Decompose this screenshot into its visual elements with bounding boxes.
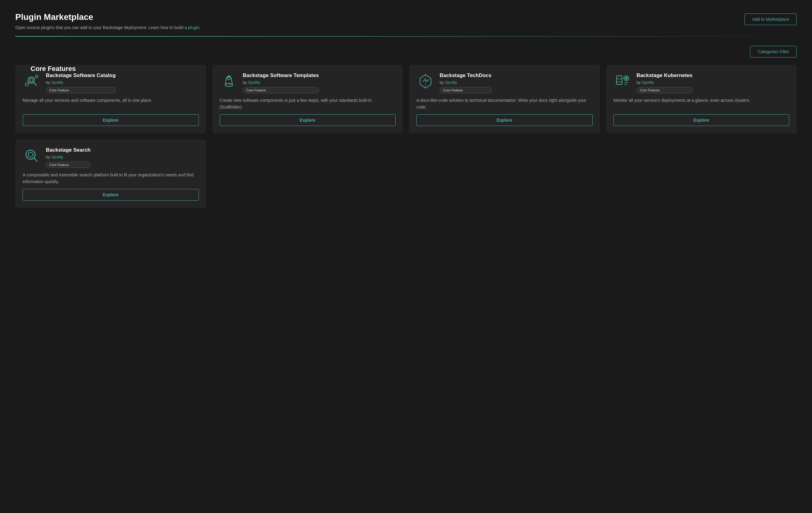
author-link[interactable]: Spotify <box>51 80 63 85</box>
card-header: Backstage TechDocs by Spotify Core Featu… <box>416 72 593 93</box>
card-name: Backstage Search <box>46 147 90 154</box>
core-feature-badge: Core Feature <box>46 87 116 93</box>
author-link[interactable]: Spotify <box>248 80 260 85</box>
card-header: Backstage Software Templates by Spotify … <box>220 72 396 93</box>
svg-point-1 <box>30 79 33 82</box>
card-description: Manage all your services and software co… <box>23 97 199 111</box>
card-description: A docs-like-code solution to technical d… <box>416 97 593 111</box>
card-techdocs: Backstage TechDocs by Spotify Core Featu… <box>409 65 600 133</box>
core-feature-badge: Core Feature <box>243 87 319 93</box>
core-feature-badge: Core Feature <box>637 87 693 93</box>
kubernetes-icon <box>613 72 632 90</box>
core-feature-badge: Core Feature <box>46 162 90 168</box>
card-info: Backstage Software Catalog by Spotify Co… <box>46 72 116 93</box>
subtitle-text: Open source plugins that you can add to … <box>15 25 187 30</box>
svg-rect-13 <box>616 76 622 84</box>
card-author: by Spotify <box>46 80 116 85</box>
header-divider <box>15 36 797 37</box>
page-subtitle: Open source plugins that you can add to … <box>15 25 201 30</box>
explore-button[interactable]: Explore <box>23 189 199 200</box>
header-left: Plugin Marketplace Open source plugins t… <box>15 12 201 30</box>
card-author: by Spotify <box>46 155 90 159</box>
card-author: by Spotify <box>637 80 693 85</box>
svg-line-25 <box>34 158 37 161</box>
section-title: Core Features <box>31 65 76 73</box>
card-description: A composable and extensible search platf… <box>23 171 199 185</box>
card-software-templates: Backstage Software Templates by Spotify … <box>212 65 403 133</box>
card-name: Backstage Software Templates <box>243 72 319 79</box>
plugin-link[interactable]: plugin <box>188 25 200 30</box>
author-link[interactable]: Spotify <box>445 80 457 85</box>
templates-icon <box>220 72 238 90</box>
section-filter-row: Categories Filter <box>15 46 797 57</box>
card-header: Backstage Search by Spotify Core Feature <box>23 147 199 168</box>
card-kubernetes: Backstage Kubernetes by Spotify Core Fea… <box>606 65 797 133</box>
card-info: Backstage TechDocs by Spotify Core Featu… <box>440 72 492 93</box>
card-name: Backstage Software Catalog <box>46 72 116 79</box>
card-header: Backstage Kubernetes by Spotify Core Fea… <box>613 72 790 93</box>
explore-button[interactable]: Explore <box>416 114 593 126</box>
svg-point-3 <box>25 83 28 86</box>
card-software-catalog: Backstage Software Catalog by Spotify Co… <box>15 65 206 133</box>
add-to-marketplace-button[interactable]: Add to Marketplace <box>745 14 797 25</box>
page-title: Plugin Marketplace <box>15 12 201 22</box>
card-info: Backstage Kubernetes by Spotify Core Fea… <box>637 72 693 93</box>
card-description: Monitor all your service's deployments a… <box>613 97 790 111</box>
author-link[interactable]: Spotify <box>642 80 654 85</box>
explore-button[interactable]: Explore <box>23 114 199 126</box>
card-author: by Spotify <box>440 80 492 85</box>
page-header: Plugin Marketplace Open source plugins t… <box>15 12 797 30</box>
author-link[interactable]: Spotify <box>51 155 63 159</box>
card-header: Backstage Software Catalog by Spotify Co… <box>23 72 199 93</box>
cards-grid-row1: Backstage Software Catalog by Spotify Co… <box>15 65 797 133</box>
svg-line-6 <box>34 78 35 79</box>
svg-point-5 <box>35 75 38 78</box>
core-feature-badge: Core Feature <box>440 87 492 93</box>
categories-filter-button[interactable]: Categories Filter <box>750 46 797 57</box>
svg-line-2 <box>33 82 36 85</box>
card-info: Backstage Search by Spotify Core Feature <box>46 147 90 168</box>
search-icon <box>23 147 41 165</box>
explore-button[interactable]: Explore <box>613 114 790 126</box>
card-name: Backstage Kubernetes <box>637 72 693 79</box>
explore-button[interactable]: Explore <box>220 114 396 126</box>
svg-point-24 <box>28 152 33 157</box>
techdocs-icon <box>416 72 435 90</box>
card-name: Backstage TechDocs <box>440 72 492 79</box>
card-description: Create new software components in just a… <box>220 97 396 111</box>
cards-grid-row2: Backstage Search by Spotify Core Feature… <box>15 139 797 208</box>
card-info: Backstage Software Templates by Spotify … <box>243 72 319 93</box>
card-search: Backstage Search by Spotify Core Feature… <box>15 139 206 208</box>
card-author: by Spotify <box>243 80 319 85</box>
catalog-icon <box>23 72 41 90</box>
